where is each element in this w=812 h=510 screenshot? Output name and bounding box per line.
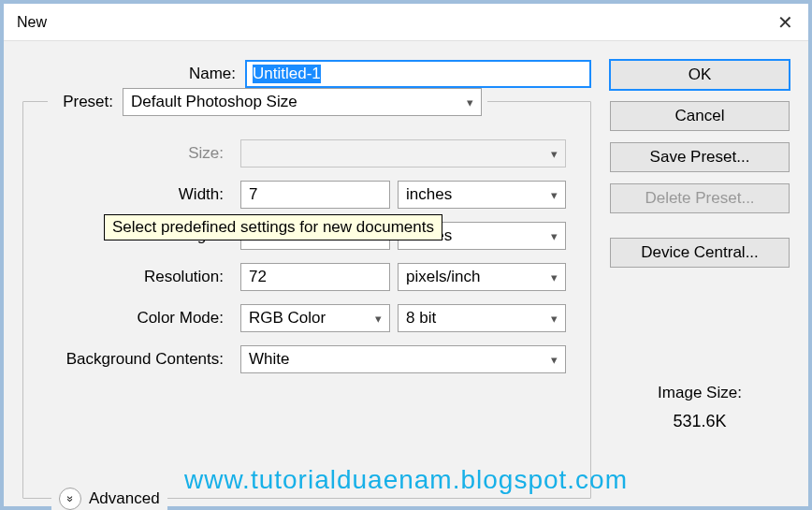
size-select: ▾ <box>240 139 566 168</box>
width-input[interactable] <box>240 181 390 209</box>
resolution-unit-select[interactable]: pixels/inch ▾ <box>398 263 566 291</box>
background-label: Background Contents: <box>36 350 233 369</box>
resolution-label: Resolution: <box>36 268 233 286</box>
color-mode-select[interactable]: RGB Color ▾ <box>240 304 390 332</box>
save-preset-button[interactable]: Save Preset... <box>610 142 790 172</box>
chevron-down-icon: ▾ <box>551 188 558 202</box>
advanced-toggle-button[interactable]: » <box>59 488 81 510</box>
close-icon[interactable]: ✕ <box>771 11 799 34</box>
preset-label: Preset: <box>48 93 123 111</box>
name-label: Name: <box>22 65 245 83</box>
width-unit-value: inches <box>406 185 452 204</box>
chevron-down-icon: ▾ <box>467 95 473 109</box>
cancel-button[interactable]: Cancel <box>610 101 790 131</box>
name-input[interactable] <box>245 60 591 88</box>
preset-select[interactable]: Default Photoshop Size ▾ <box>123 88 482 116</box>
preset-value: Default Photoshop Size <box>131 93 297 111</box>
window-title: New <box>17 14 47 31</box>
image-size-label: Image Size: <box>610 384 790 402</box>
chevron-down-icon: ▾ <box>551 353 558 367</box>
titlebar: New ✕ <box>4 4 808 41</box>
delete-preset-button: Delete Preset... <box>610 183 790 213</box>
settings-grid: Size: ▾ Width: inches ▾ Height: inches <box>36 139 577 373</box>
dialog-body: Name: Preset: Default Photoshop Size ▾ S… <box>4 41 808 506</box>
background-value: White <box>249 350 289 369</box>
color-mode-value: RGB Color <box>249 309 326 328</box>
left-panel: Name: Preset: Default Photoshop Size ▾ S… <box>22 60 591 499</box>
color-depth-select[interactable]: 8 bit ▾ <box>398 304 566 332</box>
chevron-down-icon: ▾ <box>551 147 558 161</box>
resolution-unit-value: pixels/inch <box>406 268 480 286</box>
device-central-button[interactable]: Device Central... <box>610 238 790 268</box>
double-chevron-down-icon: » <box>64 496 77 503</box>
color-depth-value: 8 bit <box>406 309 436 328</box>
settings-fieldset: Preset: Default Photoshop Size ▾ Size: ▾… <box>22 101 591 499</box>
new-document-dialog: New ✕ Name: Preset: Default Photoshop Si… <box>0 0 812 510</box>
color-mode-label: Color Mode: <box>36 309 233 328</box>
right-panel: OK Cancel Save Preset... Delete Preset..… <box>610 60 790 499</box>
size-label: Size: <box>36 144 233 163</box>
chevron-down-icon: ▾ <box>375 312 382 326</box>
width-unit-select[interactable]: inches ▾ <box>398 181 566 209</box>
advanced-label: Advanced <box>89 489 160 508</box>
resolution-input[interactable] <box>240 263 390 291</box>
width-label: Width: <box>36 185 233 204</box>
tooltip: Select predefined settings for new docum… <box>104 214 442 240</box>
chevron-down-icon: ▾ <box>551 229 558 243</box>
ok-button[interactable]: OK <box>610 60 790 90</box>
background-select[interactable]: White ▾ <box>240 345 566 373</box>
image-size-value: 531.6K <box>610 412 790 431</box>
chevron-down-icon: ▾ <box>551 270 558 284</box>
chevron-down-icon: ▾ <box>551 312 558 326</box>
